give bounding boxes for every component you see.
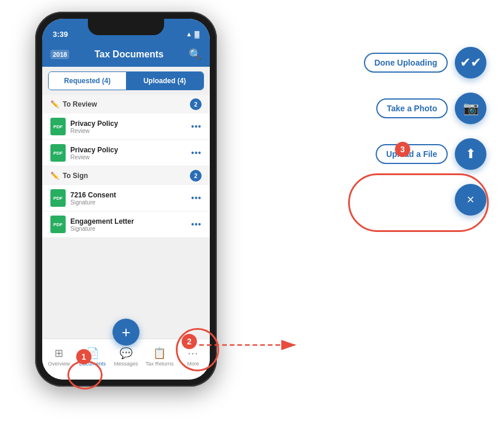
item-title: Privacy Policy — [70, 119, 186, 128]
item-text: Privacy Policy Review — [70, 119, 186, 134]
tab-requested[interactable]: Requested (4) — [49, 72, 126, 90]
done-uploading-button[interactable]: ✔✔ — [455, 47, 486, 78]
nav-more-label: More — [187, 361, 199, 367]
status-icons: ▲ ▓ — [186, 30, 199, 37]
done-uploading-row: Done Uploading ✔✔ — [364, 47, 486, 78]
camera-icon: 📷 — [463, 101, 479, 116]
item-subtitle: Review — [70, 154, 186, 160]
dots-menu[interactable]: ••• — [191, 122, 202, 131]
section-review-header: ✏️ To Review 2 — [42, 95, 210, 114]
sign-icon: ✏️ — [50, 172, 59, 180]
step-1: 1 — [76, 349, 91, 364]
sign-badge: 2 — [190, 170, 202, 182]
dots-menu[interactable]: ••• — [191, 220, 202, 229]
status-time: 3:39 — [53, 30, 68, 39]
item-subtitle: Review — [70, 128, 186, 134]
pdf-icon: PDF — [50, 216, 66, 233]
take-photo-row: Take a Photo 📷 — [376, 93, 486, 124]
dots-menu[interactable]: ••• — [191, 193, 202, 203]
list-item[interactable]: PDF 7216 Consent Signature ••• — [42, 185, 210, 211]
header-title: Tax Documents — [94, 49, 164, 60]
header-left: 2018 — [50, 50, 69, 59]
take-photo-button[interactable]: 📷 — [455, 93, 486, 124]
wifi-icon: ▲ — [186, 30, 192, 37]
battery-icon: ▓ — [195, 30, 199, 37]
item-title: Engagement Letter — [70, 217, 186, 226]
section-sign-title: ✏️ To Sign — [50, 172, 88, 180]
upload-file-label[interactable]: Upload a File — [376, 144, 448, 164]
item-subtitle: Signature — [70, 199, 186, 206]
nav-tax-returns-label: Tax Returns — [145, 361, 173, 367]
phone-screen: 3:39 ▲ ▓ 2018 Tax Documents 🔍 — [42, 19, 210, 380]
list-item[interactable]: PDF Engagement Letter Signature ••• — [42, 211, 210, 238]
step-3: 3 — [395, 142, 410, 157]
upload-icon: ⬆ — [465, 146, 476, 162]
nav-overview[interactable]: ⊞ Overview — [42, 347, 76, 367]
phone-inner: 3:39 ▲ ▓ 2018 Tax Documents 🔍 — [42, 19, 210, 380]
item-text: Engagement Letter Signature — [70, 217, 186, 232]
item-subtitle: Signature — [70, 226, 186, 232]
nav-messages[interactable]: 💬 Messages — [109, 347, 142, 367]
tab-uploaded[interactable]: Uploaded (4) — [126, 72, 203, 90]
step-2: 2 — [182, 334, 197, 349]
section-review-title: ✏️ To Review — [50, 100, 97, 108]
nav-tax-returns[interactable]: 📋 Tax Returns — [143, 347, 176, 367]
scene: 3:39 ▲ ▓ 2018 Tax Documents 🔍 — [0, 0, 504, 444]
close-button[interactable]: × — [455, 184, 486, 216]
edit-icon: ✏️ — [50, 100, 59, 108]
item-title: Privacy Policy — [70, 146, 186, 154]
tax-returns-icon: 📋 — [153, 347, 166, 360]
overview-icon: ⊞ — [55, 347, 63, 360]
nav-messages-label: Messages — [114, 361, 138, 367]
review-badge: 2 — [190, 98, 202, 110]
upload-file-row: Upload a File ⬆ — [376, 138, 486, 170]
pdf-icon: PDF — [50, 144, 66, 162]
notch — [88, 19, 164, 35]
fab-add-button[interactable]: + — [113, 319, 139, 346]
list-item[interactable]: PDF Privacy Policy Review ••• — [42, 140, 210, 166]
action-panel: Done Uploading ✔✔ Take a Photo 📷 Upload … — [364, 47, 486, 216]
checkmark-icon: ✔✔ — [460, 55, 481, 70]
close-icon: × — [467, 192, 475, 207]
messages-icon: 💬 — [120, 347, 132, 360]
search-icon[interactable]: 🔍 — [189, 48, 202, 61]
calendar-icon: 2018 — [50, 50, 69, 59]
nav-overview-label: Overview — [48, 361, 70, 367]
dots-menu[interactable]: ••• — [191, 148, 202, 158]
phone-shell: 3:39 ▲ ▓ 2018 Tax Documents 🔍 — [35, 12, 217, 387]
tabs-container: Requested (4) Uploaded (4) — [48, 71, 204, 90]
app-header: 2018 Tax Documents 🔍 — [42, 45, 210, 67]
take-photo-label[interactable]: Take a Photo — [376, 98, 448, 118]
pdf-icon: PDF — [50, 189, 66, 207]
dashed-arrow-svg — [193, 336, 311, 354]
done-uploading-label[interactable]: Done Uploading — [364, 53, 448, 73]
item-text: 7216 Consent Signature — [70, 191, 186, 206]
section-sign-header: ✏️ To Sign 2 — [42, 166, 210, 185]
pdf-icon: PDF — [50, 118, 66, 135]
list-item[interactable]: PDF Privacy Policy Review ••• — [42, 114, 210, 140]
close-row: × — [455, 184, 486, 216]
upload-file-button[interactable]: ⬆ — [455, 138, 486, 170]
item-text: Privacy Policy Review — [70, 146, 186, 160]
year-label: 2018 — [53, 51, 67, 58]
item-title: 7216 Consent — [70, 191, 186, 199]
